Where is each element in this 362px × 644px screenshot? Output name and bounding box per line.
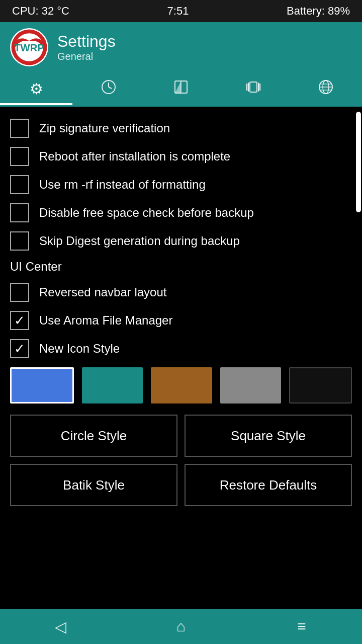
checkbox-new-icon-style[interactable]: ✓ New Icon Style xyxy=(10,339,352,358)
home-button[interactable]: ⌂ xyxy=(121,609,241,644)
checkbox-digest-box[interactable] xyxy=(10,231,29,251)
vibrate-icon xyxy=(245,79,261,98)
swatch-blue[interactable] xyxy=(10,367,74,404)
svg-marker-8 xyxy=(175,81,181,93)
bottom-nav: ◁ ⌂ ≡ xyxy=(0,609,362,644)
scrollbar-thumb[interactable] xyxy=(356,112,361,212)
ui-center-header: UI Center xyxy=(10,260,352,274)
header: TWRP Settings General xyxy=(0,22,362,72)
logo-icon: TWRP xyxy=(10,28,48,66)
checkbox-digest-label: Skip Digest generation during backup xyxy=(39,234,240,248)
back-icon: ◁ xyxy=(55,618,66,635)
svg-text:TWRP: TWRP xyxy=(14,42,44,53)
tab-bar: ⚙ xyxy=(0,72,362,107)
checkbox-rm-rf[interactable]: Use rm -rf instead of formatting xyxy=(10,175,352,194)
checkbox-free-space-label: Disable free space check before backup xyxy=(39,206,254,220)
checkbox-free-space[interactable]: Disable free space check before backup xyxy=(10,203,352,222)
status-bar: CPU: 32 °C 7:51 Battery: 89% xyxy=(0,0,362,22)
checkbox-new-icon-style-box[interactable]: ✓ xyxy=(10,339,29,358)
checkbox-aroma-file[interactable]: ✓ Use Aroma File Manager xyxy=(10,311,352,330)
gear-icon: ⚙ xyxy=(30,80,43,98)
page-subtitle: General xyxy=(57,51,116,62)
checkbox-zip-sig-label: Zip signature verification xyxy=(39,121,170,135)
batik-style-button[interactable]: Batik Style xyxy=(10,464,177,506)
checkbox-reversed-navbar-box[interactable] xyxy=(10,283,29,302)
checkbox-rm-rf-label: Use rm -rf instead of formatting xyxy=(39,178,206,192)
checkbox-reversed-navbar-label: Reversed navbar layout xyxy=(39,285,166,299)
scrollbar-track[interactable] xyxy=(355,107,362,609)
swatch-gray[interactable] xyxy=(220,367,281,404)
back-button[interactable]: ◁ xyxy=(0,609,121,644)
style-btn-row-1: Circle Style Square Style xyxy=(10,415,352,457)
clock-icon xyxy=(101,79,116,98)
page-title: Settings xyxy=(57,32,116,51)
checkbox-reboot-label: Reboot after installation is complete xyxy=(39,149,230,164)
checkbox-reversed-navbar[interactable]: Reversed navbar layout xyxy=(10,283,352,302)
menu-button[interactable]: ≡ xyxy=(241,609,362,644)
svg-rect-9 xyxy=(250,82,257,92)
checkmark-icon: ✓ xyxy=(14,313,25,329)
cpu-status: CPU: 32 °C xyxy=(12,5,69,18)
checkmark-icon-2: ✓ xyxy=(14,341,25,357)
style-btn-row-2: Batik Style Restore Defaults xyxy=(10,464,352,506)
checkbox-reboot[interactable]: Reboot after installation is complete xyxy=(10,147,352,166)
swatch-brown[interactable] xyxy=(151,367,212,404)
checkbox-zip-sig[interactable]: Zip signature verification xyxy=(10,119,352,138)
app-logo: TWRP xyxy=(10,28,48,66)
style-buttons: Circle Style Square Style Batik Style Re… xyxy=(10,415,352,506)
tab-clock[interactable] xyxy=(72,72,145,105)
swatch-black[interactable] xyxy=(289,367,352,404)
time-display: 7:51 xyxy=(167,5,189,18)
tab-display[interactable] xyxy=(145,72,217,105)
square-style-button[interactable]: Square Style xyxy=(185,415,352,457)
checkbox-zip-sig-box[interactable] xyxy=(10,119,29,138)
checkbox-digest[interactable]: Skip Digest generation during backup xyxy=(10,231,352,251)
checkbox-reboot-box[interactable] xyxy=(10,147,29,166)
swatch-teal[interactable] xyxy=(82,367,143,404)
battery-status: Battery: 89% xyxy=(287,5,350,18)
header-text: Settings General xyxy=(57,32,116,62)
content-area: Zip signature verification Reboot after … xyxy=(0,107,362,609)
color-swatches xyxy=(10,367,352,404)
tab-gear[interactable]: ⚙ xyxy=(0,72,72,105)
checkbox-free-space-box[interactable] xyxy=(10,203,29,222)
checkbox-aroma-file-box[interactable]: ✓ xyxy=(10,311,29,330)
tab-globe[interactable] xyxy=(290,72,362,105)
tab-vibrate[interactable] xyxy=(217,72,290,105)
menu-icon: ≡ xyxy=(297,618,306,635)
checkbox-aroma-file-label: Use Aroma File Manager xyxy=(39,313,172,328)
checkbox-rm-rf-box[interactable] xyxy=(10,175,29,194)
svg-line-5 xyxy=(109,87,112,89)
home-icon: ⌂ xyxy=(176,618,186,635)
display-icon xyxy=(173,79,189,98)
restore-defaults-button[interactable]: Restore Defaults xyxy=(185,464,352,506)
circle-style-button[interactable]: Circle Style xyxy=(10,415,177,457)
checkbox-new-icon-style-label: New Icon Style xyxy=(39,342,120,356)
globe-icon xyxy=(318,79,333,98)
